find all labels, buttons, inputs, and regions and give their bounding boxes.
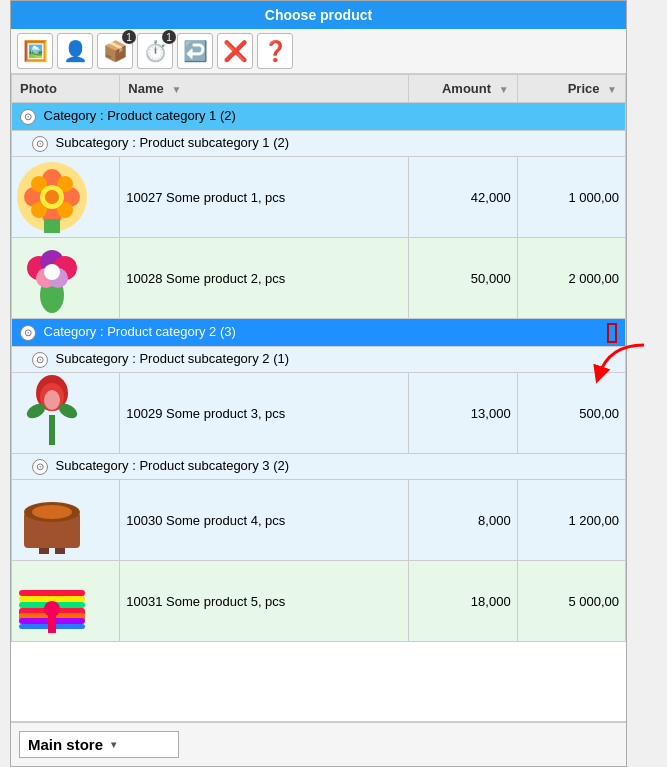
table-row[interactable]: 10030 Some product 4, pcs8,0001 200,00 <box>12 480 626 561</box>
back-icon: ↩️ <box>183 39 208 63</box>
help-icon: ❓ <box>263 39 288 63</box>
product-amount-cell: 8,000 <box>409 480 517 561</box>
cart-icon: 📦 <box>103 39 128 63</box>
product-photo-cell <box>12 157 120 238</box>
back-btn[interactable]: ↩️ <box>177 33 213 69</box>
clock-btn[interactable]: ⏱️ <box>137 33 173 69</box>
category-row[interactable]: ⊙ Category : Product category 2 (3) <box>12 319 626 347</box>
col-amount[interactable]: Amount ▼ <box>409 75 517 103</box>
product-amount-cell: 42,000 <box>409 157 517 238</box>
close-btn[interactable]: ❌ <box>217 33 253 69</box>
product-amount-cell: 18,000 <box>409 561 517 642</box>
svg-point-18 <box>44 264 60 280</box>
main-window: Choose product 🖼️ 👤 📦 ⏱️ ↩️ ❌ ❓ <box>10 0 627 767</box>
product-price-cell: 1 200,00 <box>517 480 625 561</box>
svg-rect-29 <box>55 548 65 554</box>
product-photo-cell <box>12 480 120 561</box>
product-price-cell: 500,00 <box>517 373 625 454</box>
clock-icon: ⏱️ <box>143 39 168 63</box>
user-btn[interactable]: 👤 <box>57 33 93 69</box>
product-table-container: Photo Name ▼ Amount ▼ Price ▼ <box>11 74 626 722</box>
footer: Main store ▾ <box>11 722 626 766</box>
price-filter-icon[interactable]: ▼ <box>607 84 617 95</box>
col-name[interactable]: Name ▼ <box>120 75 409 103</box>
expand-icon[interactable]: ⊙ <box>32 459 48 475</box>
product-price-cell: 2 000,00 <box>517 238 625 319</box>
svg-rect-28 <box>39 548 49 554</box>
svg-point-22 <box>44 390 60 410</box>
svg-point-27 <box>32 505 72 519</box>
product-image <box>14 482 90 558</box>
product-name-cell: 10029 Some product 3, pcs <box>120 373 409 454</box>
expand-icon[interactable]: ⊙ <box>20 325 36 341</box>
product-price-cell: 5 000,00 <box>517 561 625 642</box>
product-amount-cell: 50,000 <box>409 238 517 319</box>
product-photo-cell <box>12 373 120 454</box>
col-price[interactable]: Price ▼ <box>517 75 625 103</box>
table-row[interactable]: 10028 Some product 2, pcs50,0002 000,00 <box>12 238 626 319</box>
image-btn[interactable]: 🖼️ <box>17 33 53 69</box>
image-icon: 🖼️ <box>23 39 48 63</box>
expand-icon[interactable]: ⊙ <box>32 352 48 368</box>
cart-btn[interactable]: 📦 <box>97 33 133 69</box>
user-icon: 👤 <box>63 39 88 63</box>
amount-filter-icon[interactable]: ▼ <box>499 84 509 95</box>
product-image <box>14 240 90 316</box>
product-image <box>14 563 90 639</box>
product-price-cell: 1 000,00 <box>517 157 625 238</box>
svg-rect-38 <box>48 609 56 633</box>
title-bar: Choose product <box>11 1 626 29</box>
product-image <box>14 375 90 451</box>
product-name-cell: 10028 Some product 2, pcs <box>120 238 409 319</box>
svg-rect-36 <box>19 590 85 596</box>
close-icon: ❌ <box>223 39 248 63</box>
store-select[interactable]: Main store ▾ <box>19 731 179 758</box>
subcategory-row[interactable]: ⊙ Subcategory : Product subcategory 1 (2… <box>12 131 626 157</box>
product-amount-cell: 13,000 <box>409 373 517 454</box>
svg-rect-19 <box>49 415 55 445</box>
table-header-row: Photo Name ▼ Amount ▼ Price ▼ <box>12 75 626 103</box>
window-title: Choose product <box>265 7 372 23</box>
svg-point-10 <box>45 190 59 204</box>
category-row[interactable]: ⊙ Category : Product category 1 (2) <box>12 103 626 131</box>
selected-box <box>607 323 617 343</box>
product-image <box>14 159 90 235</box>
expand-icon[interactable]: ⊙ <box>32 136 48 152</box>
table-row[interactable]: 10027 Some product 1, pcs42,0001 000,00 <box>12 157 626 238</box>
product-name-cell: 10030 Some product 4, pcs <box>120 480 409 561</box>
product-table: Photo Name ▼ Amount ▼ Price ▼ <box>11 74 626 642</box>
subcategory-row[interactable]: ⊙ Subcategory : Product subcategory 3 (2… <box>12 454 626 480</box>
toolbar: 🖼️ 👤 📦 ⏱️ ↩️ ❌ ❓ <box>11 29 626 74</box>
product-photo-cell <box>12 238 120 319</box>
help-btn[interactable]: ❓ <box>257 33 293 69</box>
expand-icon[interactable]: ⊙ <box>20 109 36 125</box>
store-select-arrow: ▾ <box>111 739 116 750</box>
table-row[interactable]: 10031 Some product 5, pcs18,0005 000,00 <box>12 561 626 642</box>
store-label: Main store <box>28 736 103 753</box>
table-row[interactable]: 10029 Some product 3, pcs13,000500,00 <box>12 373 626 454</box>
name-filter-icon[interactable]: ▼ <box>171 84 181 95</box>
product-name-cell: 10031 Some product 5, pcs <box>120 561 409 642</box>
col-photo: Photo <box>12 75 120 103</box>
product-photo-cell <box>12 561 120 642</box>
svg-rect-11 <box>44 219 60 233</box>
subcategory-row[interactable]: ⊙ Subcategory : Product subcategory 2 (1… <box>12 347 626 373</box>
product-name-cell: 10027 Some product 1, pcs <box>120 157 409 238</box>
